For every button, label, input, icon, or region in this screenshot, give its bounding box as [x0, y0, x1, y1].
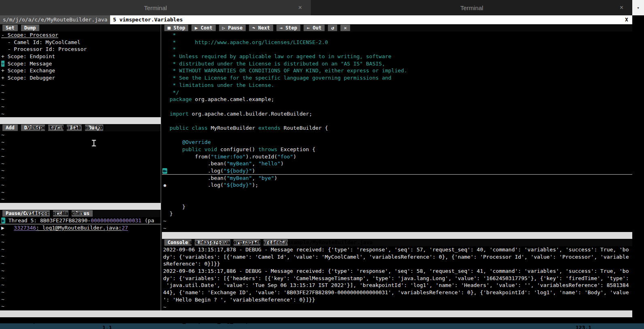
restart-button[interactable]: ↺: [328, 25, 337, 31]
terminal-tab-active[interactable]: Terminal ×: [311, 0, 632, 15]
restart-icon: ↺: [331, 25, 334, 31]
filler-line: ~: [0, 296, 161, 303]
buffer-line[interactable]: from("timer:foo").routeId("foo"): [162, 153, 632, 160]
stop-button[interactable]: ■ Stop: [164, 25, 188, 31]
dump-button[interactable]: Dump: [21, 25, 39, 31]
buffer-line[interactable]: *: [162, 32, 632, 39]
buffer-line[interactable]: + Scope: Endpoint: [0, 53, 161, 60]
pause-button[interactable]: ▷ Pause: [219, 25, 246, 31]
buffer-line[interactable]: public class MyRouteBuilder extends Rout…: [162, 124, 632, 132]
breakpoint-sign: ●: [164, 182, 166, 189]
variables-winbar: SetDump: [0, 24, 161, 32]
buffer-line[interactable]: + Scope: Debugger: [0, 74, 161, 82]
watches-buffer[interactable]: ~~~~~~~~~~: [0, 131, 161, 203]
buffer-line[interactable]: + Scope: Message: [0, 60, 161, 67]
terminal-tab-inactive[interactable]: Terminal ×: [0, 0, 311, 15]
buffer-name: _vimspector_log_Vimspector: [183, 318, 265, 324]
close-icon[interactable]: ×: [298, 4, 302, 11]
watches-statusline: vimspector.Watches 0,0-1 All: [0, 203, 161, 210]
buffer-line[interactable]: dy': {'variables': [{'headers': [{'key':…: [162, 275, 632, 282]
buffer-line[interactable]: ▶ Thread 5: 8B03FE27FB82890-000000000000…: [0, 217, 161, 224]
left-column: SetDump - Scope: Processor - Camel Id: M…: [0, 24, 161, 310]
buffer-line[interactable]: ▶ 3327346: log1@MyRouteBuilder.java:27: [0, 224, 161, 232]
buffer-line[interactable]: * http://www.apache.org/licenses/LICENSE…: [162, 39, 632, 46]
tab-vimspector-variables[interactable]: 5 vimspector.Variables: [110, 15, 185, 24]
variables-buffer[interactable]: - Scope: Processor - Camel Id: MyCoolCam…: [0, 32, 161, 117]
step-into-button[interactable]: → Step: [276, 25, 300, 31]
filler-line: ~: [0, 167, 161, 174]
terminal-tab-bar: Terminal × Terminal × ▾: [0, 0, 644, 15]
stacktrace-buffer[interactable]: ▶ Thread 5: 8B03FE27FB82890-000000000000…: [0, 217, 161, 310]
filler-line: ~: [0, 131, 161, 139]
buffer-line[interactable]: .bean("myBean", "hello"): [162, 160, 632, 167]
buffer-line[interactable]: - Camel Id: MyCoolCamel: [0, 39, 161, 46]
buffer-line[interactable]: * distributed under the License is distr…: [162, 60, 632, 67]
buffer-line[interactable]: }: [162, 203, 632, 211]
bottom-scrollbar[interactable]: [0, 323, 644, 329]
buffer-line[interactable]: * Unless required by applicable law or a…: [162, 53, 632, 60]
filler-line: ~: [0, 96, 161, 103]
buffer-name: src/main/java/org/apache/camel/example/M…: [189, 239, 373, 245]
bottom-statuslines: vimspector.StackTrace [RO] 1,1 All _vims…: [0, 310, 632, 317]
buffer-line: [162, 196, 632, 203]
console-buffer[interactable]: 2022-09-06 13:15:17,878 - DEBUG - Messag…: [162, 246, 632, 310]
filler-line: ~: [0, 89, 161, 96]
program-counter-sign: ●▶: [162, 168, 167, 174]
filler-line: ~: [0, 181, 161, 189]
buffer-line[interactable]: public void configure() throws Exception…: [162, 146, 632, 153]
buffer-line[interactable]: ': 'Hello Begin ? ', 'variablesReference…: [162, 296, 632, 304]
filler-line: ~: [162, 225, 632, 232]
buffer-line[interactable]: - Processor Id: Processor: [0, 46, 161, 53]
step-over-icon: ↷: [252, 25, 255, 31]
buffer-line[interactable]: }: [162, 210, 632, 217]
filler-line: ~: [0, 189, 161, 196]
filler-line: ~: [0, 153, 161, 160]
buffer-line[interactable]: * limitations under the License.: [162, 82, 632, 89]
filler-line: ~: [0, 303, 161, 310]
buffer-line[interactable]: 44}, {'name': 'Exchange ID', 'value': '8…: [162, 289, 632, 296]
continue-button[interactable]: ▶ Cont: [191, 25, 215, 31]
mouse-cursor: [92, 140, 96, 146]
stacktrace-statusline: vimspector.StackTrace [RO] 1,1 All: [0, 310, 162, 317]
buffer-line[interactable]: * WITHOUT WARRANTIES OR CONDITIONS OF AN…: [162, 67, 632, 74]
close-icon[interactable]: ×: [620, 4, 623, 11]
step-out-button[interactable]: ← Out: [304, 25, 325, 31]
step-into-icon: →: [280, 25, 283, 31]
set-button[interactable]: Set: [2, 25, 18, 31]
buffer-line[interactable]: + Scope: Exchange: [0, 67, 161, 74]
code-buffer[interactable]: * * http://www.apache.org/licenses/LICEN…: [162, 32, 632, 232]
screen: Terminal × Terminal × ▾ s/m/j/o/a/c/e/My…: [0, 0, 644, 329]
stop-icon: ■: [168, 25, 170, 31]
buffer-line[interactable]: sReference': 0}]}}: [162, 260, 632, 268]
buffer-line: [162, 132, 632, 139]
buffer-line[interactable]: dy': {'variables': [{'name': 'Camel Id',…: [162, 253, 632, 261]
play-icon: ▶: [195, 25, 198, 31]
buffer-line[interactable]: package org.apache.camel.example;: [162, 96, 632, 103]
terminal-tab-dropdown[interactable]: ▾: [632, 0, 644, 15]
buffer-name: vimspector.StackTrace [RO]: [21, 318, 103, 324]
filler-line: ~: [0, 274, 161, 282]
buffer-line[interactable]: import org.apache.camel.builder.RouteBui…: [162, 110, 632, 118]
filler-line: ~: [0, 196, 161, 203]
buffer-name: vimspector.Watches: [27, 210, 84, 216]
filler-line: ~: [0, 231, 161, 238]
buffer-line[interactable]: */: [162, 89, 632, 96]
buffer-line[interactable]: .bean("myBean", "bye"): [162, 175, 632, 182]
buffer-line[interactable]: 'java.util.Date', 'value': 'Tue Sep 06 1…: [162, 282, 632, 289]
buffer-line[interactable]: - Scope: Processor: [0, 32, 161, 39]
code-statusline: src/main/java/org/apache/camel/example/M…: [162, 232, 632, 239]
close-debugger-button[interactable]: ✕: [340, 25, 350, 31]
tabline-close-button[interactable]: X: [621, 15, 632, 24]
buffer-name: vimspector.Variables [RO]: [27, 124, 106, 131]
filler-line: ~: [0, 260, 161, 267]
buffer-line[interactable]: @Override: [162, 139, 632, 146]
tab-myroutebuilder-java[interactable]: s/m/j/o/a/c/e/MyRouteBuilder.java: [0, 15, 110, 24]
buffer-line[interactable]: ●▶ .log("${body}"): [162, 167, 632, 175]
tabline-fill: [185, 15, 621, 24]
buffer-line[interactable]: *: [162, 46, 632, 53]
buffer-line[interactable]: 2022-09-06 13:15:17,878 - DEBUG - Messag…: [162, 246, 632, 253]
buffer-line[interactable]: ● .log("${body}");: [162, 181, 632, 189]
buffer-line[interactable]: * See the License for the specific langu…: [162, 74, 632, 82]
step-over-button[interactable]: ↷ Next: [249, 25, 273, 31]
buffer-line[interactable]: 2022-09-06 13:15:17,886 - DEBUG - Messag…: [162, 268, 632, 275]
